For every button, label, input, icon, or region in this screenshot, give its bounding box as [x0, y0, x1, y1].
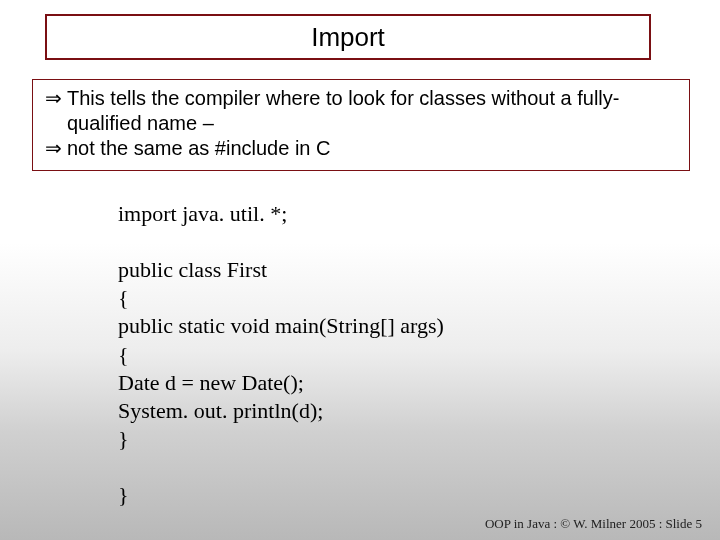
code-blank — [118, 228, 638, 256]
code-line: { — [118, 284, 638, 312]
code-line: public static void main(String[] args) — [118, 312, 638, 340]
bullet-text: This tells the compiler where to look fo… — [67, 86, 677, 136]
slide-footer: OOP in Java : © W. Milner 2005 : Slide 5 — [485, 516, 702, 532]
code-block: import java. util. *; public class First… — [118, 200, 638, 509]
code-line: import java. util. *; — [118, 200, 638, 228]
title-box: Import — [45, 14, 651, 60]
code-line: { — [118, 341, 638, 369]
bullets-box: ⇒ This tells the compiler where to look … — [32, 79, 690, 171]
code-line: } — [118, 425, 638, 453]
code-line: public class First — [118, 256, 638, 284]
code-line: Date d = new Date(); — [118, 369, 638, 397]
arrow-icon: ⇒ — [45, 86, 67, 111]
bullet-text: not the same as #include in C — [67, 136, 677, 161]
code-line: } — [118, 481, 638, 509]
slide-title: Import — [311, 22, 385, 53]
bullet-item: ⇒ not the same as #include in C — [45, 136, 677, 161]
code-line: System. out. println(d); — [118, 397, 638, 425]
arrow-icon: ⇒ — [45, 136, 67, 161]
code-blank — [118, 453, 638, 481]
bullet-item: ⇒ This tells the compiler where to look … — [45, 86, 677, 136]
